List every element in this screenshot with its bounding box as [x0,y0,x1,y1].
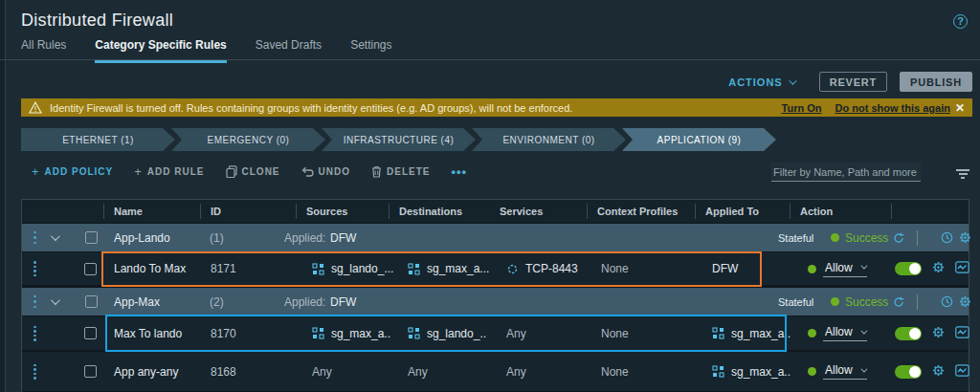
identity-firewall-banner: Identity Firewall is turned off. Rules c… [21,98,972,117]
turn-on-link[interactable]: Turn On [782,102,822,114]
source-group[interactable]: sg_max_a.. [331,327,390,340]
context-profile-value: None [587,262,695,275]
gear-icon[interactable] [932,326,945,341]
row-checkbox[interactable] [84,327,97,339]
action-status-dot [808,329,816,338]
gear-icon[interactable] [959,224,971,251]
destination-group[interactable]: sg_lando_.. [427,327,486,340]
undo-button[interactable]: UNDO [301,166,350,178]
action-dropdown[interactable]: Allow [823,363,867,380]
policy-rule-count: (1) [210,224,224,251]
collapse-chevron-icon[interactable] [51,295,60,305]
row-checkbox[interactable] [85,231,98,244]
banner-close-icon[interactable]: ✕ [955,101,965,115]
applied-label: Applied: [284,224,325,251]
destination-group[interactable]: sg_max_a... [427,262,489,275]
revert-button[interactable]: REVERT [819,72,887,92]
rule-id: 8170 [200,327,296,340]
applied-to-value[interactable]: DFW [695,262,790,275]
category-infrastructure[interactable]: INFRASTRUCTURE (4) [322,128,476,151]
rule-id: 8168 [200,365,296,379]
col-id: ID [200,200,296,223]
category-emergency[interactable]: EMERGENCY (0) [171,128,325,151]
success-dot [831,233,839,242]
rule-enabled-toggle[interactable] [895,365,922,379]
graph-icon[interactable] [955,364,969,380]
action-dropdown[interactable]: Allow [823,325,867,341]
clock-icon[interactable] [941,288,953,316]
col-name: Name [103,200,200,223]
col-utility [891,200,969,223]
service-value[interactable]: TCP-8443 [525,262,578,275]
applied-to-value[interactable]: sg_max_a.. [731,365,791,379]
graph-icon[interactable] [955,326,969,341]
graph-icon[interactable] [955,261,969,276]
chevron-down-icon [860,327,867,334]
group-icon [312,263,324,275]
category-tabs: ETHERNET (1) EMERGENCY (0) INFRASTRUCTUR… [21,128,772,151]
category-ethernet[interactable]: ETHERNET (1) [21,128,175,151]
action-dropdown[interactable]: Allow [823,261,867,277]
refresh-icon[interactable] [893,288,904,316]
add-policy-button[interactable]: +ADD POLICY [32,164,113,179]
row-checkbox[interactable] [84,263,97,275]
rule-name[interactable]: App any-any [103,365,200,379]
drag-handle[interactable] [33,364,36,380]
gear-icon[interactable] [932,364,945,380]
policy-row-app-lando: App-Lando (1) Applied: DFW Stateful Succ… [22,224,969,251]
drag-handle[interactable] [33,261,36,276]
policy-name[interactable]: App-Lando [114,224,170,251]
col-applied-to: Applied To [695,200,790,223]
chevron-down-icon [860,365,867,372]
drag-handle[interactable] [33,295,36,309]
delete-button[interactable]: DELETE [371,165,430,178]
actions-menu[interactable]: ACTIONS [728,76,794,88]
group-icon [408,263,420,275]
filter-input[interactable]: Filter by Name, Path and more [771,163,921,182]
warning-icon [29,101,42,114]
source-group[interactable]: sg_lando_... [331,262,393,275]
category-application[interactable]: APPLICATION (9) [622,128,776,151]
rule-enabled-toggle[interactable] [895,262,922,275]
rule-row-max-to-lando: Max To lando 8170 sg_max_a.. sg_lando_..… [22,316,969,350]
clone-button[interactable]: CLONE [226,165,280,178]
rule-enabled-toggle[interactable] [895,327,922,340]
more-actions-button[interactable]: ••• [451,164,467,179]
applied-value[interactable]: DFW [330,288,356,316]
applied-label: Applied: [284,288,325,316]
col-destinations: Destinations [389,200,489,223]
drag-handle[interactable] [33,231,36,245]
group-icon [312,327,324,339]
stateful-label: Stateful [778,224,813,251]
policy-name[interactable]: App-Max [114,288,160,316]
help-icon[interactable]: ? [953,14,968,29]
rule-id: 8171 [200,262,296,275]
group-icon [712,327,724,339]
category-environment[interactable]: ENVIRONMENT (0) [472,128,626,151]
col-services: Services [489,200,587,223]
add-rule-button[interactable]: +ADD RULE [134,164,204,179]
applied-value[interactable]: DFW [330,224,356,251]
clock-icon[interactable] [941,224,953,251]
applied-to-value[interactable]: sg_max_a.. [731,327,791,340]
plus-icon: + [134,164,143,179]
drag-handle[interactable] [33,326,36,341]
do-not-show-again-link[interactable]: Do not show this again [835,102,950,114]
rule-name[interactable]: Lando To Max [103,262,200,275]
chevron-down-icon [789,76,796,84]
row-checkbox[interactable] [85,295,98,308]
plus-icon: + [32,164,40,179]
page-title: Distributed Firewall [21,11,173,31]
group-icon [712,365,724,378]
publish-button[interactable]: PUBLISH [900,72,972,92]
policy-rule-count: (2) [210,288,224,316]
col-sources: Sources [296,200,389,223]
row-checkbox[interactable] [84,365,97,378]
banner-text: Identity Firewall is turned off. Rules c… [50,102,782,114]
rule-name[interactable]: Max To lando [103,327,200,340]
gear-icon[interactable] [932,261,945,276]
filter-icon[interactable] [956,169,969,181]
gear-icon[interactable] [959,288,971,316]
refresh-icon[interactable] [893,224,904,251]
collapse-chevron-icon[interactable] [51,231,60,241]
